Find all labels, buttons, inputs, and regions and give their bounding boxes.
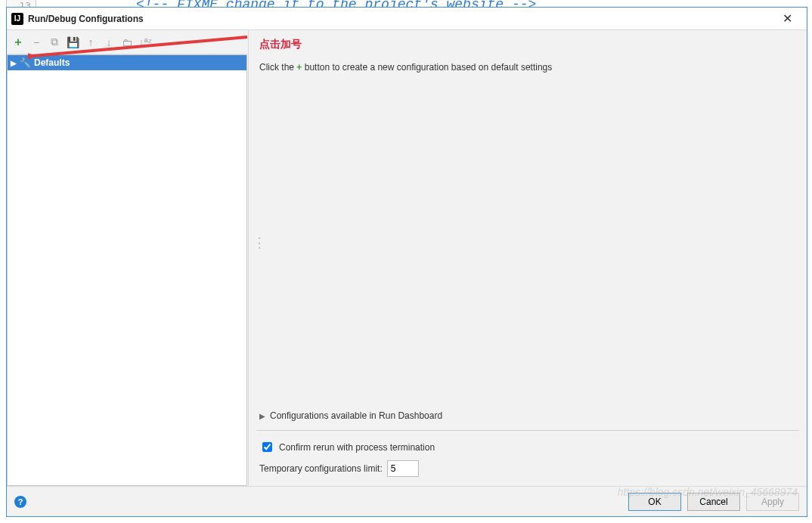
config-toolbar: + − ⧉ 💾 ↑ ↓ 🗀 ↓ªᶻ — [7, 30, 248, 54]
close-button[interactable]: ✕ — [772, 8, 802, 29]
apply-button[interactable]: Apply — [746, 493, 799, 511]
config-tree[interactable]: ▶ 🔧 Defaults — [7, 54, 247, 486]
separator — [256, 430, 799, 431]
save-config-button[interactable]: 💾 — [64, 34, 81, 51]
copy-config-button[interactable]: ⧉ — [46, 34, 63, 51]
confirm-rerun-row: Confirm rerun with process termination — [256, 437, 799, 457]
dialog-title: Run/Debug Configurations — [28, 14, 772, 24]
right-panel: 点击加号 Click the + button to create a new … — [249, 30, 807, 486]
tree-item-label: Defaults — [34, 57, 70, 68]
dashboard-section[interactable]: ▶ Configurations available in Run Dashbo… — [256, 407, 799, 424]
empty-hint: Click the + button to create a new confi… — [256, 56, 799, 73]
confirm-rerun-checkbox[interactable] — [262, 442, 272, 452]
app-icon: IJ — [11, 13, 23, 25]
splitter-grip[interactable]: ⋮ — [253, 240, 257, 258]
move-down-button[interactable]: ↓ — [101, 34, 117, 51]
dialog-footer: ? OK Cancel Apply — [7, 486, 807, 516]
ok-button[interactable]: OK — [628, 493, 681, 511]
remove-config-button[interactable]: − — [28, 34, 45, 51]
cancel-button[interactable]: Cancel — [687, 493, 740, 511]
help-icon[interactable]: ? — [14, 496, 26, 508]
temp-limit-input[interactable] — [387, 460, 419, 477]
run-debug-config-dialog: IJ Run/Debug Configurations ✕ + − ⧉ 💾 ↑ … — [6, 7, 807, 517]
annotation-text: 点击加号 — [256, 30, 799, 56]
move-up-button[interactable]: ↑ — [82, 34, 99, 51]
temp-limit-label: Temporary configurations limit: — [259, 463, 383, 474]
chevron-right-icon: ▶ — [259, 412, 265, 420]
tree-item-defaults[interactable]: ▶ 🔧 Defaults — [8, 55, 246, 70]
chevron-right-icon: ▶ — [11, 59, 17, 67]
confirm-rerun-label: Confirm rerun with process termination — [279, 442, 435, 453]
folder-button[interactable]: 🗀 — [119, 34, 135, 51]
left-panel: + − ⧉ 💾 ↑ ↓ 🗀 ↓ªᶻ ▶ 🔧 Defaults — [7, 30, 249, 486]
temp-limit-row: Temporary configurations limit: — [256, 457, 799, 486]
dialog-body: + − ⧉ 💾 ↑ ↓ 🗀 ↓ªᶻ ▶ 🔧 Defaults 点击加号 Clic — [7, 30, 807, 486]
titlebar: IJ Run/Debug Configurations ✕ — [7, 8, 807, 30]
wrench-icon: 🔧 — [20, 57, 31, 68]
add-config-button[interactable]: + — [10, 34, 26, 51]
sort-button[interactable]: ↓ªᶻ — [137, 34, 153, 51]
dashboard-label: Configurations available in Run Dashboar… — [270, 410, 442, 421]
